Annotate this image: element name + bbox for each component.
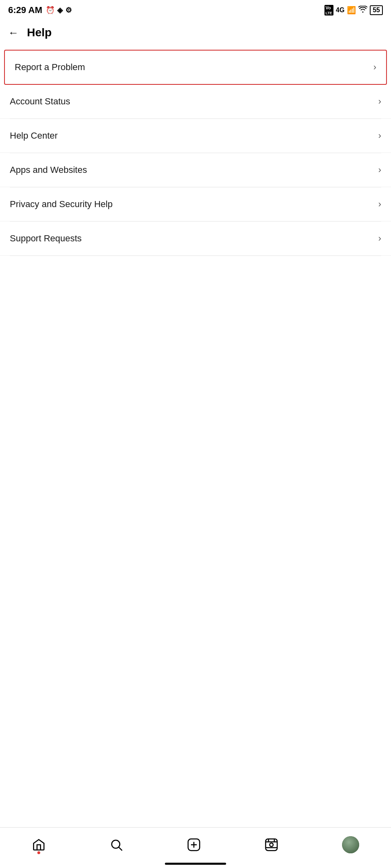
nfc-icon: ◈ [57,6,63,15]
avatar-image [342,836,359,853]
nav-reels[interactable] [264,838,278,852]
menu-item-label: Account Status [10,96,70,107]
chevron-right-icon: › [378,199,381,210]
svg-line-1 [119,847,122,850]
lte-badge: 4G [336,7,344,14]
plus-icon [187,838,201,852]
menu-item-report-problem[interactable]: Report a Problem › [4,50,387,85]
menu-item-label: Support Requests [10,233,82,244]
search-icon [109,838,123,852]
menu-item-support-requests[interactable]: Support Requests › [0,222,391,256]
menu-item-account-status[interactable]: Account Status › [0,85,391,119]
chevron-right-icon: › [373,62,376,73]
chevron-right-icon: › [378,165,381,175]
status-icons: ⏰ ◈ ⚙ [46,6,72,15]
status-time: 6:29 AM [8,5,42,15]
settings-icon: ⚙ [65,6,72,15]
nav-create[interactable] [187,838,201,852]
menu-item-apps-websites[interactable]: Apps and Websites › [0,153,391,187]
menu-item-label: Report a Problem [15,62,85,73]
wifi-icon [358,6,367,15]
nav-profile[interactable] [342,836,359,853]
svg-point-6 [270,843,273,846]
home-notification-dot [38,851,40,854]
chevron-right-icon: › [378,130,381,141]
avatar [342,836,359,853]
page-title: Help [27,26,52,39]
alarm-icon: ⏰ [46,6,55,15]
home-icon [32,838,46,852]
status-left: 6:29 AM ⏰ ◈ ⚙ [8,5,72,15]
menu-item-label: Apps and Websites [10,165,87,175]
signal-icon: 📶 [347,6,356,15]
volte-badge: VoLTE [324,5,333,15]
menu-item-privacy-security[interactable]: Privacy and Security Help › [0,188,391,221]
nav-home[interactable] [32,838,46,852]
battery-icon: 55 [370,5,383,15]
reels-icon [264,838,278,852]
status-bar: 6:29 AM ⏰ ◈ ⚙ VoLTE 4G 📶 55 [0,0,391,20]
menu-item-label: Help Center [10,130,58,141]
home-indicator [165,863,226,865]
back-button[interactable]: ← [8,27,19,39]
menu-list: Report a Problem › Account Status › Help… [0,50,391,256]
bottom-navigation [0,827,391,868]
page-header: ← Help [0,20,391,46]
menu-item-help-center[interactable]: Help Center › [0,119,391,153]
nav-search[interactable] [109,838,123,852]
menu-item-label: Privacy and Security Help [10,199,113,210]
chevron-right-icon: › [378,96,381,107]
svg-rect-5 [266,839,277,850]
svg-point-0 [112,840,120,848]
status-right: VoLTE 4G 📶 55 [324,5,383,15]
chevron-right-icon: › [378,233,381,244]
